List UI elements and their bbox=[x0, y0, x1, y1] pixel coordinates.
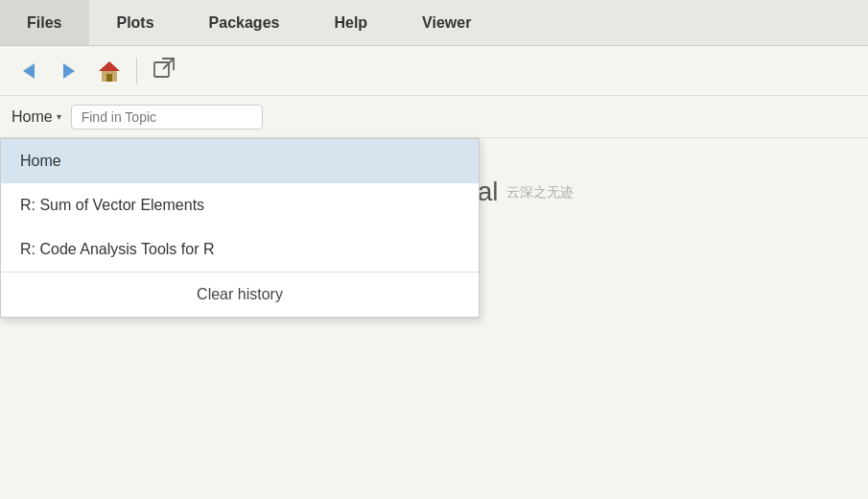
home-dropdown-button[interactable]: Home ▾ bbox=[12, 108, 61, 126]
external-link-button[interactable] bbox=[147, 56, 181, 86]
watermark-text: 云深之无迹 bbox=[506, 184, 574, 202]
dropdown-item-code-analysis[interactable]: R: Code Analysis Tools for R bbox=[1, 227, 479, 272]
tab-viewer[interactable]: Viewer bbox=[395, 0, 499, 45]
home-dropdown-label: Home bbox=[12, 108, 53, 126]
external-link-icon bbox=[153, 58, 175, 83]
dropdown-arrow-icon: ▾ bbox=[57, 111, 61, 122]
toolbar-divider bbox=[136, 58, 137, 84]
svg-rect-3 bbox=[106, 74, 112, 82]
toolbar bbox=[0, 46, 868, 96]
home-button[interactable] bbox=[92, 56, 127, 86]
forward-button[interactable] bbox=[52, 56, 86, 86]
home-icon bbox=[97, 59, 122, 83]
dropdown-item-home[interactable]: Home bbox=[1, 139, 479, 183]
tab-files[interactable]: Files bbox=[0, 0, 89, 45]
tab-bar: Files Plots Packages Help Viewer bbox=[0, 0, 868, 46]
dropdown-item-sum[interactable]: R: Sum of Vector Elements bbox=[1, 183, 479, 227]
tab-packages[interactable]: Packages bbox=[182, 0, 308, 45]
dropdown-menu: Home R: Sum of Vector Elements R: Code A… bbox=[0, 138, 480, 318]
dropdown-item-clear-history[interactable]: Clear history bbox=[1, 273, 479, 317]
tab-plots[interactable]: Plots bbox=[89, 0, 181, 45]
back-button[interactable] bbox=[12, 56, 46, 86]
tab-help[interactable]: Help bbox=[307, 0, 395, 45]
forward-arrow-icon bbox=[63, 63, 75, 79]
svg-marker-1 bbox=[99, 61, 120, 71]
address-bar: Home ▾ Home R: Sum of Vector Elements R:… bbox=[0, 96, 868, 138]
find-in-topic-input[interactable] bbox=[71, 105, 263, 130]
back-arrow-icon bbox=[23, 63, 35, 79]
